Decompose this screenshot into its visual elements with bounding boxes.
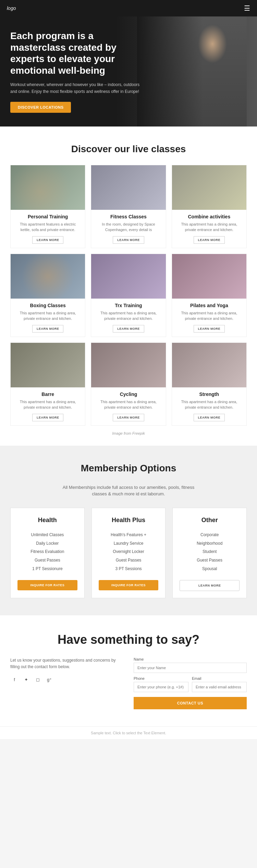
learn-more-button[interactable]: LEARN MORE	[194, 236, 225, 244]
email-group: Email	[192, 676, 247, 692]
membership-feature: Guest Passes	[180, 556, 240, 565]
class-card-desc: This apartment has a dining area, privat…	[15, 310, 81, 322]
membership-feature: Guest Passes	[99, 556, 159, 565]
membership-feature: Daily Locker	[17, 539, 77, 548]
membership-title: Membership Options	[10, 463, 247, 474]
membership-inquire-button[interactable]: INQUIRE FOR RATES	[17, 580, 77, 590]
class-card-image	[11, 254, 85, 299]
twitter-icon[interactable]: ✦	[22, 675, 30, 684]
live-classes-section: Discover our live classes Personal Train…	[0, 126, 257, 446]
email-label: Email	[192, 676, 247, 680]
membership-subtitle: All Memberships include full access to o…	[57, 484, 200, 497]
discover-locations-button[interactable]: DISCOVER LOCATIONS	[10, 102, 71, 113]
class-card-image	[172, 165, 246, 210]
phone-input[interactable]	[134, 682, 188, 692]
membership-feature: Health's Features +	[99, 531, 159, 539]
class-card-body: Combine activities This apartment has a …	[172, 210, 246, 248]
class-card-image	[11, 165, 85, 210]
contact-title: Have something to say?	[10, 632, 247, 647]
learn-more-button[interactable]: LEARN MORE	[113, 325, 144, 333]
class-card-body: Boxing Classes This apartment has a dini…	[11, 299, 85, 337]
membership-feature: 1 PT Sessionure	[17, 565, 77, 573]
class-card-title: Barre	[15, 391, 81, 397]
learn-more-button[interactable]: LEARN MORE	[113, 236, 144, 244]
learn-more-button[interactable]: LEARN MORE	[194, 414, 225, 421]
class-card-body: Cycling This apartment has a dining area…	[91, 387, 166, 425]
logo: logo	[7, 5, 16, 11]
phone-group: Phone	[134, 676, 188, 692]
hero-title: Each program is a masterclass created by…	[10, 30, 140, 76]
learn-more-button[interactable]: LEARN MORE	[32, 325, 64, 333]
class-card: Trx Training This apartment has a dining…	[91, 254, 166, 337]
footer-note: Sample text. Click to select the Text El…	[0, 726, 257, 739]
class-card: Boxing Classes This apartment has a dini…	[10, 254, 85, 337]
class-card-body: Barre This apartment has a dining area, …	[11, 387, 85, 425]
live-classes-title: Discover our live classes	[10, 144, 247, 155]
membership-inquire-button[interactable]: LEARN MORE	[180, 580, 240, 591]
membership-feature: Overnight Locker	[99, 547, 159, 556]
membership-card: Other CorporateNeighborhoodStudentGuest …	[172, 508, 247, 598]
name-label: Name	[134, 657, 247, 661]
class-card-desc: This apartment has a dining area, privat…	[176, 221, 242, 233]
membership-features-list: CorporateNeighborhoodStudentGuest Passes…	[180, 531, 240, 573]
membership-card: Health Plus Health's Features +Laundry S…	[91, 508, 166, 598]
class-card-desc: In the room, designed by Space Copenhage…	[95, 221, 161, 233]
class-card-title: Trx Training	[95, 303, 161, 308]
membership-plan-title: Other	[180, 517, 240, 524]
class-card-title: Pilates and Yoga	[176, 303, 242, 308]
menu-icon[interactable]: ☰	[244, 4, 250, 12]
class-card-image	[91, 343, 166, 387]
hero-image	[137, 16, 247, 126]
contact-left: Let us know your questions, suggestions …	[10, 657, 123, 684]
class-card: Combine activities This apartment has a …	[172, 165, 247, 248]
googleplus-icon[interactable]: g⁺	[45, 675, 53, 684]
class-card-image	[91, 165, 166, 210]
name-group: Name	[134, 657, 247, 673]
header: logo ☰	[0, 0, 257, 16]
learn-more-button[interactable]: LEARN MORE	[194, 325, 225, 333]
name-input[interactable]	[134, 663, 247, 673]
class-card-title: Strength	[176, 391, 242, 397]
contact-desc: Let us know your questions, suggestions …	[10, 657, 120, 670]
classes-grid: Personal Training This apartment feature…	[10, 165, 247, 426]
membership-inquire-button[interactable]: INQUIRE FOR RATES	[99, 580, 159, 590]
class-card-desc: This apartment features a electric kettl…	[15, 221, 81, 233]
email-input[interactable]	[192, 682, 247, 692]
class-card-title: Fitness Classes	[95, 214, 161, 219]
freepik-note: Image from Freepik	[10, 431, 247, 435]
facebook-icon[interactable]: f	[10, 675, 19, 684]
membership-feature: Neighborhood	[180, 539, 240, 548]
class-card-image	[11, 343, 85, 387]
class-card-desc: This apartment has a dining area, privat…	[95, 399, 161, 410]
class-card: Barre This apartment has a dining area, …	[10, 342, 85, 426]
learn-more-button[interactable]: LEARN MORE	[113, 414, 144, 421]
hero-content: Each program is a masterclass created by…	[10, 30, 140, 113]
contact-section: Have something to say? Let us know your …	[0, 615, 257, 726]
membership-feature: Spousal	[180, 565, 240, 573]
membership-feature: Student	[180, 547, 240, 556]
phone-email-row: Phone Email	[134, 676, 247, 696]
class-card: Cycling This apartment has a dining area…	[91, 342, 166, 426]
instagram-icon[interactable]: ◻	[34, 675, 42, 684]
membership-feature: Guest Passes	[17, 556, 77, 565]
class-card-body: Strength This apartment has a dining are…	[172, 387, 246, 425]
hero-section: Each program is a masterclass created by…	[0, 16, 257, 126]
contact-submit-button[interactable]: CONTACT US	[134, 697, 247, 709]
class-card-title: Combine activities	[176, 214, 242, 219]
membership-features-list: Health's Features +Laundry ServiceOverni…	[99, 531, 159, 573]
membership-feature: Laundry Service	[99, 539, 159, 548]
class-card-body: Pilates and Yoga This apartment has a di…	[172, 299, 246, 337]
learn-more-button[interactable]: LEARN MORE	[32, 236, 64, 244]
class-card-desc: This apartment has a dining area, privat…	[176, 399, 242, 410]
class-card-body: Fitness Classes In the room, designed by…	[91, 210, 166, 248]
class-card: Fitness Classes In the room, designed by…	[91, 165, 166, 248]
class-card-image	[172, 254, 246, 299]
class-card-image	[91, 254, 166, 299]
learn-more-button[interactable]: LEARN MORE	[32, 414, 64, 421]
class-card-image	[172, 343, 246, 387]
contact-right: Name Phone Email CONTACT US	[134, 657, 247, 709]
membership-grid: Health Unlimited ClassesDaily LockerFitn…	[10, 508, 247, 598]
class-card-title: Personal Training	[15, 214, 81, 219]
membership-feature: Fitness Evaluation	[17, 547, 77, 556]
phone-label: Phone	[134, 676, 188, 680]
